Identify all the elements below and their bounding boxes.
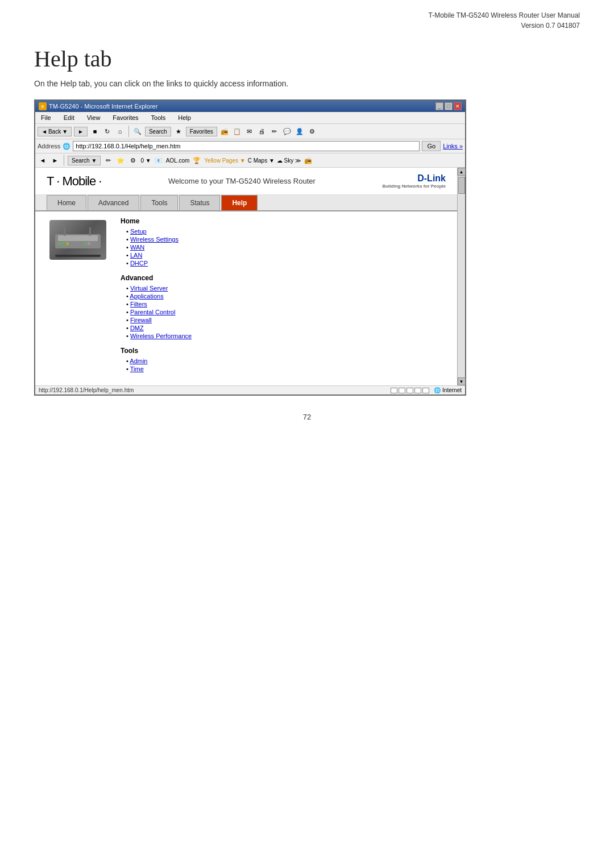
refresh-button[interactable]: ↻	[102, 126, 113, 136]
toolbar2-icon4: 📧	[154, 155, 164, 165]
section-advanced-title: Advanced	[121, 274, 440, 282]
internet-icon: 🌐	[434, 387, 441, 393]
minimize-button[interactable]: _	[435, 102, 443, 110]
tab-advanced[interactable]: Advanced	[88, 195, 139, 210]
page-title-section: Help tab On the Help tab, you can click …	[0, 34, 614, 99]
section-home: Home Setup Wireless Settings WAN LAN DHC…	[121, 217, 440, 267]
router-header: T · Mobile · Welcome to your TM-G5240 Wi…	[35, 168, 457, 195]
menu-favorites[interactable]: Favorites	[109, 113, 142, 122]
browser-window: e TM-G5240 - Microsoft Internet Explorer…	[34, 99, 466, 396]
browser-addressbar: Address 🌐 Go Links »	[35, 139, 465, 153]
list-item: Filters	[126, 300, 440, 308]
go-button[interactable]: Go	[422, 141, 441, 151]
toolbar2-forward-icon: ►	[50, 155, 60, 165]
menu-view[interactable]: View	[84, 113, 104, 122]
link-filters[interactable]: Filters	[130, 301, 147, 308]
status-url: http://192.168.0.1/Help/help_men.htm	[39, 387, 134, 393]
link-dhcp[interactable]: DHCP	[130, 260, 148, 267]
svg-rect-6	[88, 242, 90, 245]
section-advanced: Advanced Virtual Server Applications Fil…	[121, 274, 440, 340]
media-icon: 📻	[219, 126, 230, 136]
link-setup[interactable]: Setup	[130, 228, 147, 235]
list-item: Virtual Server	[126, 284, 440, 292]
menu-file[interactable]: File	[38, 113, 55, 122]
link-wireless-performance[interactable]: Wireless Performance	[130, 333, 192, 339]
link-applications[interactable]: Applications	[130, 293, 163, 300]
link-admin[interactable]: Admin	[130, 358, 147, 364]
list-item: Firewall	[126, 316, 440, 324]
link-firewall[interactable]: Firewall	[130, 317, 152, 323]
toolbar2-sky: ☁ Sky ≫	[277, 157, 301, 164]
link-lan[interactable]: LAN	[130, 252, 142, 259]
link-time[interactable]: Time	[130, 366, 144, 372]
tab-help[interactable]: Help	[221, 195, 258, 210]
svg-rect-8	[89, 227, 91, 236]
toolbar2-back-icon: ◄	[38, 155, 48, 165]
list-item: Admin	[126, 357, 440, 365]
progress-cell-2	[399, 388, 405, 393]
manual-header: T-Mobile TM-G5240 Wireless Router User M…	[0, 0, 614, 34]
search-icon: 🔍	[132, 126, 143, 136]
link-parental-control[interactable]: Parental Control	[130, 309, 176, 315]
scrollbar-thumb[interactable]	[458, 177, 465, 194]
scrollbar-up-arrow[interactable]: ▲	[458, 168, 466, 176]
favorites-button[interactable]: Favorites	[186, 127, 217, 136]
svg-rect-4	[66, 242, 69, 245]
forward-button[interactable]: ►	[74, 127, 88, 136]
links-button[interactable]: Links »	[443, 143, 463, 149]
link-virtual-server[interactable]: Virtual Server	[130, 285, 168, 292]
page-footer: 72	[0, 396, 614, 438]
dlink-logo: D-Link Building Networks for People	[382, 173, 446, 189]
toolbar2-icon2: ⭐	[115, 155, 126, 165]
toolbar2-icon6: 📻	[303, 155, 313, 165]
section-tools-links: Admin Time	[121, 357, 440, 373]
link-wan[interactable]: WAN	[130, 244, 144, 251]
address-icon: 🌐	[63, 143, 70, 150]
link-wireless-settings[interactable]: Wireless Settings	[130, 236, 179, 243]
toolbar2-icon3: ⚙	[128, 155, 138, 165]
list-item: Setup	[126, 227, 440, 235]
home-button[interactable]: ⌂	[115, 126, 125, 136]
status-zone-text: Internet	[442, 387, 462, 393]
menu-help[interactable]: Help	[175, 113, 194, 122]
menu-edit[interactable]: Edit	[60, 113, 78, 122]
address-input[interactable]	[73, 141, 420, 151]
tab-home[interactable]: Home	[47, 195, 86, 210]
stop-button[interactable]: ■	[90, 126, 100, 136]
router-body: Home Setup Wireless Settings WAN LAN DHC…	[35, 211, 457, 385]
link-dmz[interactable]: DMZ	[130, 325, 144, 331]
status-right: 🌐 Internet	[391, 387, 462, 393]
list-item: Wireless Performance	[126, 332, 440, 340]
mail-icon: ✉	[244, 126, 255, 136]
page-description: On the Help tab, you can click on the li…	[34, 79, 580, 88]
browser-icon: e	[39, 102, 47, 110]
progress-cell-5	[422, 388, 429, 393]
progress-cell-3	[406, 388, 413, 393]
list-item: Wireless Settings	[126, 235, 440, 243]
list-item: LAN	[126, 251, 440, 259]
search-button[interactable]: Search	[145, 127, 171, 136]
browser-menubar: File Edit View Favorites Tools Help	[35, 112, 465, 124]
toolbar-separator-1	[128, 126, 129, 137]
manual-version: Version 0.7 041807	[521, 22, 580, 30]
toolbar2-maps: C Maps ▼	[248, 157, 275, 164]
svg-rect-2	[58, 242, 61, 245]
scrollbar-down-arrow[interactable]: ▼	[458, 377, 466, 385]
list-item: DMZ	[126, 324, 440, 332]
menu-tools[interactable]: Tools	[148, 113, 169, 122]
browser-content-main: T · Mobile · Welcome to your TM-G5240 Wi…	[35, 168, 457, 385]
section-tools-title: Tools	[121, 347, 440, 355]
close-button[interactable]: ✕	[454, 102, 462, 110]
svg-rect-7	[64, 227, 65, 236]
maximize-button[interactable]: □	[445, 102, 453, 110]
search-btn2[interactable]: Search ▼	[68, 156, 101, 165]
tab-tools[interactable]: Tools	[140, 195, 178, 210]
browser-title: TM-G5240 - Microsoft Internet Explorer	[49, 103, 157, 110]
list-item: Time	[126, 365, 440, 373]
back-button[interactable]: ◄ Back ▼	[38, 127, 72, 136]
list-item: WAN	[126, 243, 440, 251]
section-tools: Tools Admin Time	[121, 347, 440, 373]
tab-status[interactable]: Status	[179, 195, 220, 210]
list-item: Parental Control	[126, 308, 440, 316]
star-icon: ★	[173, 126, 184, 136]
